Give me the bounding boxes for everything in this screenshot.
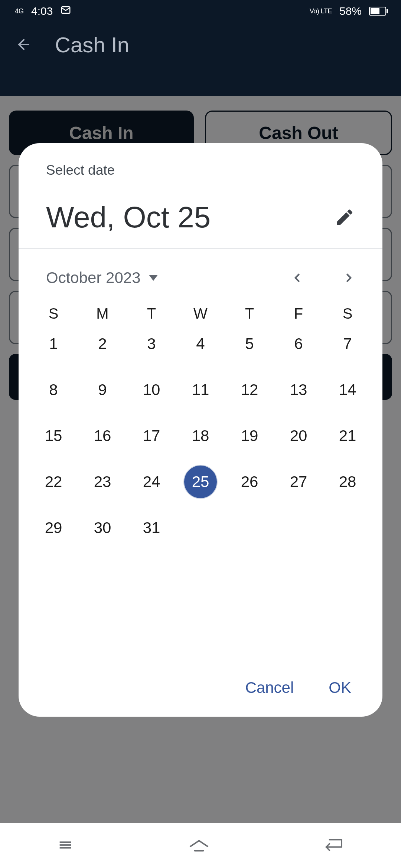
mail-icon [60,4,71,18]
day-cell-27[interactable]: 27 [274,467,323,497]
day-cell-24[interactable]: 24 [127,467,176,497]
day-cell-2[interactable]: 2 [78,329,127,359]
back-button[interactable] [15,36,33,53]
day-cell-9[interactable]: 9 [78,375,127,405]
volte-icon: Vo) LTE [310,7,332,15]
dow-cell: W [176,305,225,322]
day-cell-1[interactable]: 1 [29,329,78,359]
status-left: 4G 4:03 [15,4,71,18]
app-header: Cash In [0,22,401,67]
dow-cell: F [274,305,323,322]
day-cell-20[interactable]: 20 [274,421,323,451]
dialog-actions: Cancel OK [19,679,382,717]
day-cell-26[interactable]: 26 [225,467,274,497]
day-cell-30[interactable]: 30 [78,513,127,543]
back-nav-button[interactable] [324,836,344,855]
dow-cell: T [127,305,176,322]
prev-month-button[interactable] [288,269,306,287]
day-cell-29[interactable]: 29 [29,513,78,543]
battery-percent: 58% [339,5,362,17]
status-time: 4:03 [31,5,53,17]
day-cell-8[interactable]: 8 [29,375,78,405]
day-cell-21[interactable]: 21 [323,421,372,451]
day-cell-25[interactable]: 25 [176,467,225,497]
calendar-grid: 1234567891011121314151617181920212223242… [19,329,382,543]
screen: 4G 4:03 Vo) LTE 58% Cash In Cash In Cash… [0,0,401,868]
day-cell-17[interactable]: 17 [127,421,176,451]
dow-cell: S [323,305,372,322]
day-cell-5[interactable]: 5 [225,329,274,359]
battery-icon [369,7,386,16]
day-cell-28[interactable]: 28 [323,467,372,497]
next-month-button[interactable] [340,269,358,287]
month-dropdown[interactable]: October 2023 [46,269,158,287]
status-bar: 4G 4:03 Vo) LTE 58% [0,0,401,22]
signal-4g-icon: 4G [15,8,24,14]
edit-date-button[interactable] [334,207,355,228]
day-cell-12[interactable]: 12 [225,375,274,405]
day-cell-10[interactable]: 10 [127,375,176,405]
month-selector-row: October 2023 [19,249,382,301]
day-cell-14[interactable]: 14 [323,375,372,405]
day-cell-7[interactable]: 7 [323,329,372,359]
dialog-subtitle: Select date [46,162,355,178]
day-cell-13[interactable]: 13 [274,375,323,405]
day-cell-4[interactable]: 4 [176,329,225,359]
day-cell-11[interactable]: 11 [176,375,225,405]
day-cell-19[interactable]: 19 [225,421,274,451]
page-title: Cash In [55,32,129,57]
home-button[interactable] [188,836,211,855]
chevron-down-icon [149,275,158,281]
day-cell-23[interactable]: 23 [78,467,127,497]
day-cell-31[interactable]: 31 [127,513,176,543]
dialog-header: Select date Wed, Oct 25 [19,143,382,249]
selected-date-display: Wed, Oct 25 [46,200,211,234]
day-cell-6[interactable]: 6 [274,329,323,359]
dow-cell: T [225,305,274,322]
day-cell-22[interactable]: 22 [29,467,78,497]
date-picker-dialog: Select date Wed, Oct 25 October 2023 [19,143,382,717]
day-of-week-row: SMTWTFS [19,301,382,329]
recents-button[interactable] [57,836,74,855]
dow-cell: S [29,305,78,322]
day-cell-15[interactable]: 15 [29,421,78,451]
ok-button[interactable]: OK [329,679,351,697]
day-cell-18[interactable]: 18 [176,421,225,451]
status-right: Vo) LTE 58% [310,5,386,17]
day-cell-16[interactable]: 16 [78,421,127,451]
month-label: October 2023 [46,269,141,287]
dow-cell: M [78,305,127,322]
system-nav-bar [0,823,401,868]
day-cell-3[interactable]: 3 [127,329,176,359]
cancel-button[interactable]: Cancel [245,679,294,697]
